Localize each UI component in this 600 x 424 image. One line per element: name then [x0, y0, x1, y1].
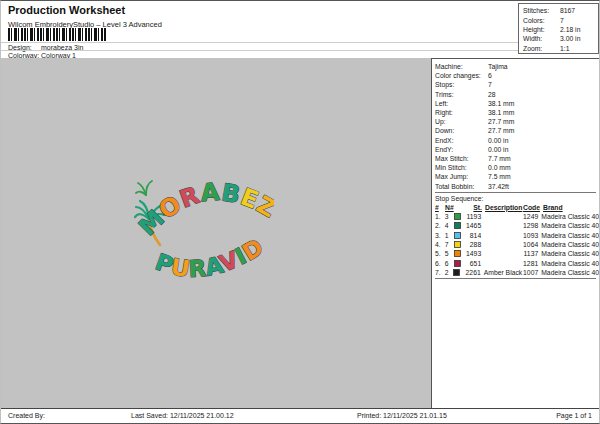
design-barcode: [8, 28, 106, 41]
stop-sequence-row: 3. 1 814 1093 Madeira Classic 40: [435, 231, 599, 240]
summary-height: Height:2.18 in: [523, 25, 598, 34]
printed-text: Printed: 12/11/2025 21.01.15: [357, 412, 447, 419]
summary-colors: Colors:7: [523, 15, 598, 24]
info-trims: Trims:28: [435, 90, 599, 99]
stop-sequence-row: 7. 2 2261 Amber Black 1007 Madeira Class…: [435, 268, 599, 277]
thread-color-swatch: [454, 241, 461, 248]
created-by-label: Created By:: [8, 412, 45, 419]
word-morabeza: MORABEZA: [134, 179, 274, 241]
embroidery-design-morabeza-puravida: MORABEZA PURAVIDA: [134, 179, 274, 305]
stop-sequence-row: 4. 7 288 1064 Madeira Classic 40: [435, 240, 599, 249]
thread-color-swatch: [454, 213, 461, 220]
summary-stitches: Stitches:8167: [523, 6, 598, 15]
info-right: Right:38.1 mm: [435, 108, 599, 117]
footer: Created By: Last Saved: 12/11/2025 21.00…: [1, 408, 599, 424]
stop-sequence-row: 6. 6 651 1281 Madeira Classic 40: [435, 258, 599, 267]
stop-sequence-row: 1. 3 1193 1249 Madeira Classic 40: [435, 212, 599, 221]
thread-color-swatch: [453, 269, 460, 276]
info-total-bobbin: Total Bobbin:37.42ft: [435, 181, 599, 190]
info-min-stitch: Min Stitch:0.0 mm: [435, 163, 599, 172]
machine-info-panel: Machine:Tajima Color changes:6 Stops:7 T…: [431, 58, 599, 408]
page-title: Production Worksheet: [8, 4, 125, 16]
stop-sequence-row: 5. 5 1493 1137 Madeira Classic 40: [435, 249, 599, 258]
summary-zoom: Zoom:1:1: [523, 44, 598, 53]
info-color-changes: Color changes:6: [435, 71, 599, 80]
info-down: Down:27.7 mm: [435, 126, 599, 135]
header-divider: [1, 50, 519, 51]
table-end-divider: [435, 278, 596, 279]
info-max-jump: Max Jump:7.5 mm: [435, 172, 599, 181]
stop-sequence-title: Stop Sequence:: [435, 194, 599, 203]
stop-sequence-row: 2. 4 1465 1298 Madeira Classic 40: [435, 221, 599, 230]
stop-sequence-header-row: # N# St. Description Code Brand: [435, 203, 599, 212]
design-summary-box: Stitches:8167 Colors:7 Height:2.18 in Wi…: [518, 3, 599, 54]
thread-color-swatch: [454, 260, 461, 267]
thread-color-swatch: [454, 232, 461, 239]
page-number: Page 1 of 1: [556, 412, 592, 419]
info-endx: EndX:0.00 in: [435, 136, 599, 145]
info-stops: Stops:7: [435, 80, 599, 89]
last-saved-text: Last Saved: 12/11/2025 21.00.12: [131, 412, 234, 419]
thread-color-swatch: [454, 222, 461, 229]
production-worksheet-page: Production Worksheet Wilcom EmbroiderySt…: [0, 0, 600, 424]
info-up: Up:27.7 mm: [435, 117, 599, 126]
info-endy: EndY:0.00 in: [435, 145, 599, 154]
summary-width: Width:3.00 in: [523, 34, 598, 43]
info-max-stitch: Max Stitch:7.7 mm: [435, 154, 599, 163]
sprout-icon: [136, 181, 152, 195]
info-machine: Machine:Tajima: [435, 62, 599, 71]
panel-divider: [435, 192, 596, 193]
info-left: Left:38.1 mm: [435, 99, 599, 108]
design-canvas: MORABEZA PURAVIDA: [1, 58, 432, 408]
thread-color-swatch: [454, 250, 461, 257]
